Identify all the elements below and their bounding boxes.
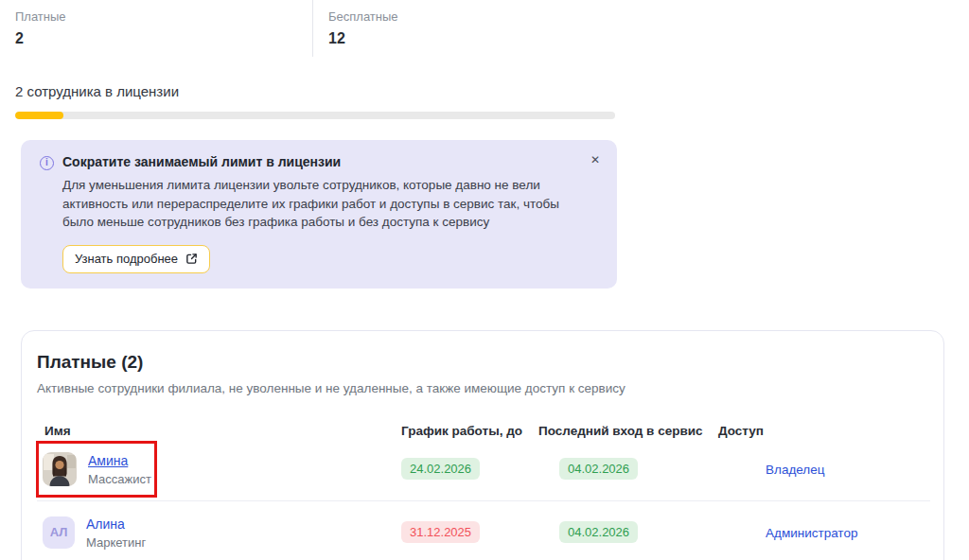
card-title: Платные (2) — [37, 352, 928, 373]
learn-more-label: Узнать подробнее — [75, 252, 178, 266]
license-progress-bar — [15, 112, 615, 119]
employees-license-page: Платные 2 Бесплатные 12 2 сотрудника в л… — [0, 0, 969, 560]
license-heading: 2 сотрудника в лицензии — [15, 83, 969, 99]
table-header: Имя График работы, до Последний вход в с… — [37, 424, 928, 438]
stat-free-label: Бесплатные — [328, 9, 398, 24]
avatar-initials: АЛ — [43, 516, 75, 549]
column-header-last-login: Последний вход в сервис — [538, 424, 718, 438]
paid-employees-card: Платные (2) Активные сотрудники филиала,… — [21, 330, 944, 560]
last-login-cell: 04.02.2026 — [538, 458, 718, 480]
learn-more-button[interactable]: Узнать подробнее — [62, 245, 210, 273]
access-cell: Администратор — [718, 524, 928, 541]
banner-content: Сократите занимаемый лимит в лицензии Дл… — [62, 154, 571, 273]
schedule-until-badge: 24.02.2026 — [401, 458, 480, 480]
schedule-cell: 24.02.2026 — [401, 458, 538, 480]
stat-free: Бесплатные 12 — [313, 9, 398, 61]
avatar-photo — [43, 452, 77, 486]
access-cell: Владелец — [718, 461, 928, 478]
info-icon: i — [40, 156, 54, 170]
access-link-owner[interactable]: Владелец — [766, 463, 824, 477]
column-header-name: Имя — [37, 424, 401, 438]
employee-name-link[interactable]: Алина — [86, 516, 125, 532]
employee-role: Массажист — [88, 472, 151, 486]
card-subtitle: Активные сотрудники филиала, не уволенны… — [37, 381, 928, 395]
table-row-amina: Амина Массажист 24.02.2026 04.02.2026 Вл… — [37, 438, 928, 500]
stat-paid-value: 2 — [15, 30, 312, 47]
license-limit-banner: i Сократите занимаемый лимит в лицензии … — [21, 140, 617, 289]
banner-body: Для уменьшения лимита лицензии увольте с… — [62, 176, 571, 232]
last-login-badge: 04.02.2026 — [559, 521, 638, 543]
access-link-admin[interactable]: Администратор — [766, 526, 857, 540]
stat-free-value: 12 — [328, 30, 398, 47]
column-header-schedule: График работы, до — [401, 424, 538, 438]
last-login-cell: 04.02.2026 — [538, 521, 718, 543]
employee-name-link[interactable]: Амина — [88, 453, 128, 468]
employee-name-block: Алина Маркетинг — [86, 516, 146, 550]
last-login-badge: 04.02.2026 — [559, 458, 638, 480]
column-header-access: Доступ — [718, 424, 928, 438]
close-icon: ✕ — [590, 153, 600, 166]
employee-name-cell: Амина Массажист — [37, 452, 401, 486]
schedule-until-badge: 31.12.2025 — [401, 521, 480, 543]
stat-paid-label: Платные — [15, 9, 312, 24]
external-link-icon — [185, 253, 198, 265]
license-stats: Платные 2 Бесплатные 12 — [0, 0, 969, 61]
employee-role: Маркетинг — [86, 535, 146, 550]
banner-title: Сократите занимаемый лимит в лицензии — [62, 154, 571, 169]
banner-close-button[interactable]: ✕ — [589, 152, 602, 167]
employee-name-cell: АЛ Алина Маркетинг — [37, 516, 401, 550]
license-progress-fill — [15, 112, 63, 119]
table-row-alina: АЛ Алина Маркетинг 31.12.2025 04.02.2026… — [37, 501, 928, 560]
employee-name-block: Амина Массажист — [88, 452, 151, 486]
stat-paid: Платные 2 — [15, 9, 312, 61]
schedule-cell: 31.12.2025 — [401, 521, 538, 543]
